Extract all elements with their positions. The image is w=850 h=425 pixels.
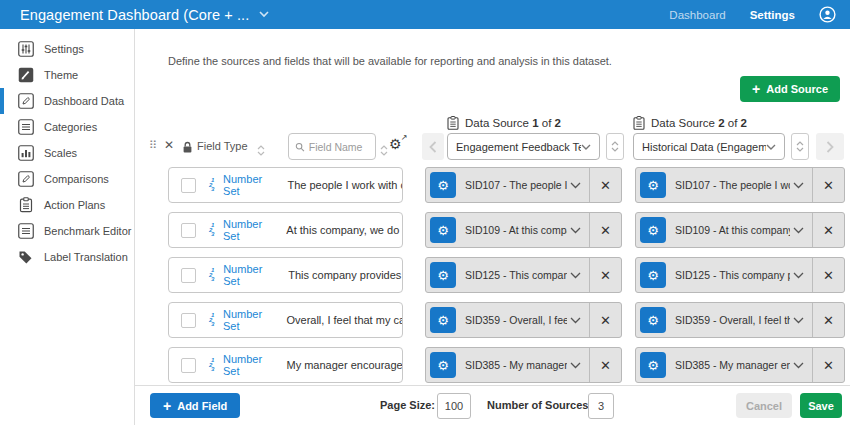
sidebar-item-categories[interactable]: Categories bbox=[0, 114, 134, 140]
bar-chart-icon bbox=[18, 145, 34, 161]
close-icon: ✕ bbox=[823, 358, 834, 373]
remove-mapping-button[interactable]: ✕ bbox=[589, 168, 621, 202]
field-settings-gear-button[interactable]: ⚙ bbox=[640, 352, 666, 378]
gear-icon: ⚙ bbox=[437, 359, 449, 372]
field-type-column-header[interactable]: Field Type bbox=[197, 140, 248, 152]
page-size-input[interactable] bbox=[437, 393, 471, 419]
row-checkbox[interactable] bbox=[181, 313, 196, 328]
field-settings-gear-button[interactable]: ⚙ bbox=[430, 307, 456, 333]
table-row: 123 Number Set Overall, I feel that my c… bbox=[135, 302, 850, 338]
source-1-mapping-cell: ⚙ SID107 - The people I work ... ✕ bbox=[425, 167, 622, 203]
sort-carets-icon[interactable] bbox=[380, 142, 388, 160]
field-name-search-input[interactable] bbox=[309, 141, 369, 153]
remove-mapping-button[interactable]: ✕ bbox=[589, 348, 621, 382]
add-source-button[interactable]: + Add Source bbox=[740, 76, 840, 102]
remove-mapping-button[interactable]: ✕ bbox=[812, 213, 844, 247]
field-settings-gear-button[interactable]: ⚙ bbox=[430, 352, 456, 378]
reorder-source-2-button[interactable] bbox=[791, 133, 809, 160]
close-icon: ✕ bbox=[600, 268, 611, 283]
reorder-source-1-button[interactable] bbox=[606, 133, 624, 160]
mapped-source-field[interactable]: SID109 - At this company, ... bbox=[675, 224, 790, 236]
mapped-source-field[interactable]: SID359 - Overall, I feel that... bbox=[465, 314, 567, 326]
data-source-2-select[interactable]: Historical Data (Engagement ... bbox=[633, 133, 785, 160]
chevron-left-icon bbox=[429, 141, 437, 153]
nav-settings[interactable]: Settings bbox=[750, 9, 795, 21]
sidebar-item-label: Action Plans bbox=[44, 199, 105, 211]
field-name-search[interactable] bbox=[288, 133, 376, 160]
mapped-source-field[interactable]: SID107 - The people I work ... bbox=[675, 179, 790, 191]
row-checkbox[interactable] bbox=[181, 358, 196, 373]
sidebar-item-action-plans[interactable]: Action Plans bbox=[0, 192, 134, 218]
field-name-label: Overall, I feel that my car... bbox=[286, 314, 402, 326]
paintbrush-icon bbox=[18, 67, 34, 83]
drag-handle-icon[interactable]: ⠿ bbox=[149, 140, 156, 151]
field-settings-gear-button[interactable]: ⚙ bbox=[640, 172, 666, 198]
sidebar-item-settings[interactable]: Settings bbox=[0, 36, 134, 62]
field-type-link[interactable]: Number Set bbox=[223, 308, 280, 332]
row-checkbox[interactable] bbox=[181, 268, 196, 283]
field-type-link[interactable]: Number Set bbox=[223, 218, 279, 242]
field-type-link[interactable]: Number Set bbox=[223, 353, 280, 377]
field-settings-gear-button[interactable]: ⚙ bbox=[640, 307, 666, 333]
field-type-link[interactable]: Number Set bbox=[223, 173, 280, 197]
gear-icon: ⚙ bbox=[647, 224, 659, 237]
num-sources-input[interactable] bbox=[588, 393, 614, 419]
sidebar-item-benchmark-editor[interactable]: Benchmark Editor bbox=[0, 218, 134, 244]
field-type-link[interactable]: Number Set bbox=[223, 263, 281, 287]
remove-mapping-button[interactable]: ✕ bbox=[812, 303, 844, 337]
prev-source-page-button[interactable] bbox=[422, 133, 444, 160]
remove-mapping-button[interactable]: ✕ bbox=[589, 258, 621, 292]
sidebar-item-theme[interactable]: Theme bbox=[0, 62, 134, 88]
chevron-down-icon bbox=[581, 144, 591, 150]
user-avatar-icon[interactable] bbox=[819, 6, 836, 23]
mapped-source-field[interactable]: SID109 - At this company, ... bbox=[465, 224, 567, 236]
row-checkbox[interactable] bbox=[181, 178, 196, 193]
mapped-source-field[interactable]: SID385 - My manager enc... bbox=[465, 359, 567, 371]
field-settings-gear-button[interactable]: ⚙ bbox=[640, 262, 666, 288]
mapped-source-field[interactable]: SID125 - This company pro... bbox=[465, 269, 567, 281]
chevron-down-icon bbox=[766, 144, 776, 150]
sidebar-item-comparisons[interactable]: Comparisons bbox=[0, 166, 134, 192]
close-icon: ✕ bbox=[600, 223, 611, 238]
cancel-button[interactable]: Cancel bbox=[736, 393, 792, 418]
mapped-source-field[interactable]: SID359 - Overall, I feel that... bbox=[675, 314, 790, 326]
field-card: 123 Number Set At this company, we do a.… bbox=[168, 212, 403, 248]
field-settings-gear-button[interactable]: ⚙ bbox=[430, 172, 456, 198]
nav-dashboard[interactable]: Dashboard bbox=[669, 9, 725, 21]
tag-icon bbox=[18, 249, 34, 265]
remove-mapping-button[interactable]: ✕ bbox=[812, 258, 844, 292]
field-settings-gear-button[interactable]: ⚙ bbox=[640, 217, 666, 243]
remove-mapping-button[interactable]: ✕ bbox=[589, 213, 621, 247]
remove-mapping-button[interactable]: ✕ bbox=[812, 348, 844, 382]
sort-carets-icon[interactable] bbox=[257, 142, 265, 160]
mapped-source-field[interactable]: SID125 - This company pro... bbox=[675, 269, 790, 281]
chevron-right-icon bbox=[826, 141, 834, 153]
field-card: 123 Number Set My manager encourages... bbox=[168, 347, 403, 383]
title-chevron-down-icon[interactable] bbox=[259, 11, 269, 18]
source-2-mapping-cell: ⚙ SID125 - This company pro... ✕ bbox=[635, 257, 845, 293]
column-settings-gear-icon[interactable]: ⚙↗ bbox=[389, 137, 402, 151]
remove-mapping-button[interactable]: ✕ bbox=[589, 303, 621, 337]
add-field-button[interactable]: + Add Field bbox=[150, 393, 240, 418]
gear-icon: ⚙ bbox=[437, 224, 449, 237]
clear-selection-icon[interactable]: ✕ bbox=[164, 139, 174, 151]
row-checkbox[interactable] bbox=[181, 223, 196, 238]
next-source-page-button[interactable] bbox=[816, 133, 844, 160]
field-name-label: My manager encourages... bbox=[286, 359, 402, 371]
data-source-1-select[interactable]: Engagement Feedback Templ... bbox=[447, 133, 600, 160]
sidebar-item-label: Scales bbox=[44, 147, 77, 159]
mapped-source-field[interactable]: SID107 - The people I work ... bbox=[465, 179, 567, 191]
sidebar-item-dashboard-data[interactable]: Dashboard Data bbox=[0, 88, 134, 114]
clipboard-icon bbox=[447, 116, 459, 130]
chevron-down-icon bbox=[570, 182, 581, 189]
field-settings-gear-button[interactable]: ⚙ bbox=[430, 262, 456, 288]
close-icon: ✕ bbox=[823, 268, 834, 283]
chevron-down-icon bbox=[793, 362, 804, 369]
sidebar-item-label-translation[interactable]: Label Translation bbox=[0, 244, 134, 270]
remove-mapping-button[interactable]: ✕ bbox=[812, 168, 844, 202]
mapped-source-field[interactable]: SID385 - My manager enc... bbox=[675, 359, 790, 371]
field-settings-gear-button[interactable]: ⚙ bbox=[430, 217, 456, 243]
sidebar-item-label: Categories bbox=[44, 121, 97, 133]
sidebar-item-scales[interactable]: Scales bbox=[0, 140, 134, 166]
save-button[interactable]: Save bbox=[800, 393, 842, 418]
